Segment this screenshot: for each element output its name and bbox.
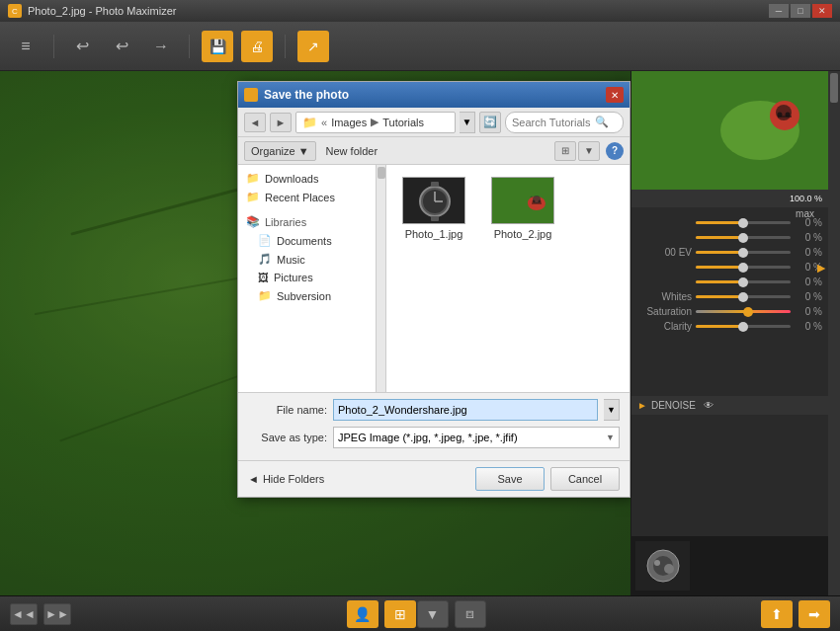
filetype-select[interactable]: JPEG Image (*.jpg, *.jpeg, *.jpe, *.jfif… — [333, 427, 620, 448]
sidebar-item-documents[interactable]: 📄 Documents — [238, 231, 376, 250]
help-button[interactable]: ? — [606, 142, 624, 160]
print-icon-box[interactable]: 🖨 — [241, 31, 273, 62]
close-button[interactable]: ✕ — [812, 4, 832, 18]
slider-thumb-2[interactable] — [738, 233, 748, 243]
sidebar-item-subversion[interactable]: 📁 Subversion — [238, 286, 376, 305]
content-area: 100.0 % Save the photo ✕ ◄ ► — [0, 71, 840, 595]
slider-row-5: 0 % — [631, 275, 828, 289]
hide-folders-arrow-icon: ◄ — [248, 473, 259, 485]
slider-thumb-5[interactable] — [738, 277, 748, 287]
file-item-photo2[interactable]: Photo_2.jpg — [483, 173, 562, 244]
slider-fill-saturation — [696, 310, 748, 313]
denoise-header[interactable]: ► DENOISE 👁 — [631, 396, 828, 415]
right-scrollbar[interactable] — [828, 71, 840, 595]
svg-rect-6 — [431, 216, 439, 221]
slider-track-whites[interactable] — [696, 295, 791, 298]
slider-row-whites: Whites 0 % — [631, 289, 828, 304]
main-image-area: 100.0 % Save the photo ✕ ◄ ► — [0, 71, 630, 595]
slider-fill-ev — [696, 251, 743, 254]
title-bar-controls: ─ □ ✕ — [769, 4, 832, 18]
svg-point-25 — [654, 560, 660, 566]
slider-thumb-whites[interactable] — [738, 292, 748, 302]
export-icon-box[interactable]: ↗ — [297, 31, 329, 62]
save-icon-box[interactable]: 💾 — [202, 31, 233, 62]
filename-label: File name: — [248, 404, 327, 416]
slider-track-clarity[interactable] — [696, 325, 791, 328]
sidebar-item-downloads[interactable]: 📁 Downloads — [238, 169, 376, 188]
slider-fill-whites — [696, 295, 743, 298]
svg-point-13 — [533, 200, 536, 203]
slider-thumb-ev[interactable] — [738, 248, 748, 258]
slider-track-5[interactable] — [696, 280, 791, 283]
sidebar-scrollbar[interactable] — [377, 165, 386, 392]
photo1-thumbnail — [402, 177, 465, 224]
upload-icon-button[interactable]: ⬆ — [761, 600, 793, 628]
refresh-button[interactable]: 🔄 — [479, 112, 501, 133]
filename-input[interactable] — [333, 399, 598, 421]
menu-button[interactable]: ≡ — [10, 31, 42, 62]
filename-row: File name: ▼ — [248, 399, 620, 421]
libraries-label: Libraries — [265, 216, 306, 228]
slider-track-1[interactable] — [696, 221, 791, 224]
next-nav-button[interactable]: ►► — [43, 603, 71, 625]
new-folder-button[interactable]: New folder — [322, 141, 382, 161]
compare-dropdown-button[interactable]: ▼ — [417, 600, 449, 628]
search-input[interactable] — [512, 117, 591, 128]
organize-button[interactable]: Organize ▼ — [244, 141, 316, 161]
redo-back-button[interactable]: ↩ — [106, 31, 137, 62]
person-icon-button[interactable]: 👤 — [347, 600, 378, 628]
slider-track-2[interactable] — [696, 236, 791, 239]
minimize-button[interactable]: ─ — [769, 4, 789, 18]
dialog-close-button[interactable]: ✕ — [606, 87, 624, 103]
photo2-thumbnail — [491, 177, 554, 224]
right-sliders: max 0 % 0 % — [631, 207, 828, 396]
slider-thumb-4[interactable] — [738, 263, 748, 273]
denoise-arrow-icon: ► — [637, 400, 647, 411]
toolbar-separator-2 — [189, 35, 190, 58]
slider-fill-4 — [696, 266, 743, 269]
slider-thumb-1[interactable] — [738, 218, 748, 228]
filename-dropdown[interactable]: ▼ — [604, 399, 620, 421]
svg-point-20 — [778, 113, 783, 118]
redo-forward-button[interactable]: → — [145, 31, 177, 62]
bottom-thumbnail-strip — [631, 536, 828, 595]
maximize-button[interactable]: □ — [791, 4, 810, 18]
orange-arrow-icon: ► — [814, 260, 828, 276]
view-icon-button[interactable]: ⊞ — [554, 141, 576, 161]
save-button[interactable]: Save — [475, 467, 545, 491]
music-label: Music — [277, 254, 305, 266]
undo-button[interactable]: ↩ — [66, 31, 98, 62]
sidebar-item-recent-places[interactable]: 📁 Recent Places — [238, 188, 376, 206]
nav-forward-button[interactable]: ► — [270, 113, 292, 132]
slider-track-ev[interactable] — [696, 251, 791, 254]
dialog-buttons: ◄ Hide Folders Save Cancel — [238, 460, 630, 497]
sidebar-item-music[interactable]: 🎵 Music — [238, 250, 376, 269]
recent-places-folder-icon: 📁 — [246, 191, 260, 203]
view-list-button[interactable]: ▼ — [578, 141, 600, 161]
nav-back-button[interactable]: ◄ — [244, 113, 266, 132]
slider-value-2: 0 % — [795, 232, 822, 243]
documents-icon: 📄 — [258, 234, 272, 247]
slider-thumb-saturation[interactable] — [743, 307, 753, 317]
sidebar-item-pictures[interactable]: 🖼 Pictures — [238, 269, 376, 286]
zoom-indicator-right: 100.0 % — [631, 190, 828, 207]
slider-track-saturation[interactable] — [696, 310, 791, 313]
slider-track-4[interactable] — [696, 266, 791, 269]
prev-nav-button[interactable]: ◄◄ — [10, 603, 38, 625]
cancel-button[interactable]: Cancel — [550, 467, 620, 491]
hide-folders-button[interactable]: ◄ Hide Folders — [248, 473, 324, 485]
crop-icon-button[interactable]: ⧈ — [455, 600, 486, 628]
file-item-photo1[interactable]: Photo_1.jpg — [394, 173, 473, 244]
compare-icon-button[interactable]: ⊞ — [384, 600, 416, 628]
dialog-nav-bar: ◄ ► 📁 « Images ▶ Tutorials ▼ 🔄 — [238, 108, 630, 137]
sidebar-section-libraries[interactable]: 📚 Libraries — [238, 212, 376, 231]
dialog-toolbar: Organize ▼ New folder ⊞ ▼ ? — [238, 137, 630, 165]
export-icon-button[interactable]: ➡ — [798, 600, 830, 628]
search-bar: 🔍 — [505, 112, 624, 133]
app-window: C Photo_2.jpg - Photo Maximizer ─ □ ✕ ≡ … — [0, 0, 840, 631]
path-separator: « — [321, 117, 327, 128]
path-dropdown-button[interactable]: ▼ — [460, 112, 475, 133]
slider-thumb-clarity[interactable] — [738, 322, 748, 332]
compare-button-group: ⊞ ▼ — [384, 600, 449, 628]
strip-thumb-1[interactable] — [635, 541, 690, 591]
